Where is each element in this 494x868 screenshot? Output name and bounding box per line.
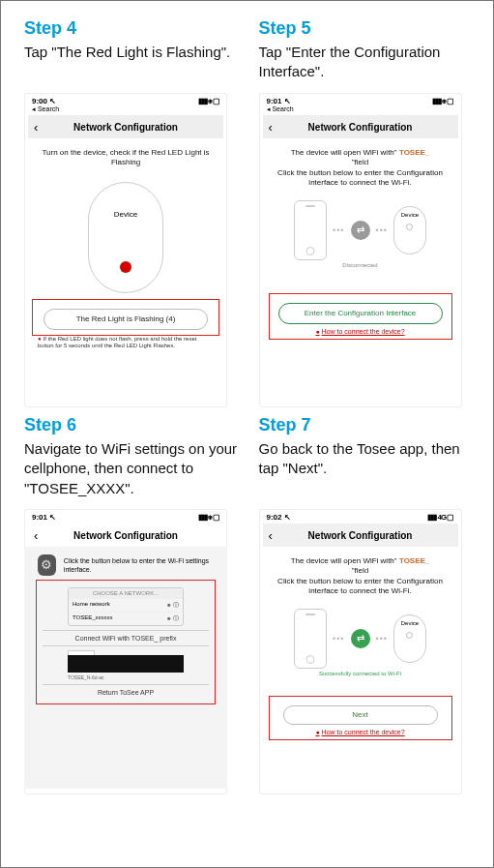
step5: Step 5 Tap "Enter the Configuration Inte…: [259, 18, 477, 407]
disconnected-label: Disconnected: [265, 262, 456, 268]
device-illustration: Device: [88, 182, 163, 293]
status-icons: ▮▮▮ ⎈ ▢: [198, 513, 219, 522]
step6: Step 6 Navigate to WiFi settings on your…: [24, 415, 242, 794]
step4: Step 4 Tap "The Red Light is Flashing". …: [24, 18, 242, 407]
nav-title: Network Configuration: [308, 530, 413, 541]
nav-bar: ‹ Network Configuration: [263, 115, 458, 138]
settings-hint: ⚙ Click the button below to enter the Wi…: [30, 549, 221, 578]
nav-bar: ‹ Network Configuration: [28, 115, 223, 138]
back-icon[interactable]: ‹: [34, 120, 38, 135]
step7-highlight: Next ●How to connect the device?: [269, 696, 452, 740]
status-bar: 9:01 ↖ ▮▮▮ ⎈ ▢: [24, 509, 227, 522]
how-to-connect-link[interactable]: ●How to connect the device?: [274, 729, 448, 735]
status-icons: ▮▮▮ ⎈ ▢: [432, 97, 453, 113]
step7-msg: The device will open WiFi with" TOSEE_ "…: [265, 553, 456, 601]
step4-phone: 9:00 ↖◂ Search ▮▮▮ ⎈ ▢ ‹ Network Configu…: [24, 93, 227, 407]
nav-bar: ‹ Network Configuration: [28, 524, 223, 547]
back-icon[interactable]: ‹: [269, 528, 273, 543]
step4-title: Step 4: [24, 18, 242, 39]
wifi-ssid-card: [68, 655, 184, 673]
step7: Step 7 Go back to the Tosee app, then ta…: [259, 415, 477, 794]
step4-desc: Tap "The Red Light is Flashing".: [24, 43, 242, 83]
link-disconnected-icon: ⇄: [351, 221, 370, 240]
back-search-label[interactable]: ◂ Search: [32, 105, 59, 113]
connected-label: Successfully connected to Wi-Fi: [265, 671, 456, 676]
mini-device-icon: Device: [393, 614, 426, 663]
mini-phone-icon: [294, 609, 327, 669]
step6-highlight: CHOOSE A NETWORK... Home network⎈ ⓘ TOSE…: [36, 580, 216, 704]
wifi-networks-list[interactable]: CHOOSE A NETWORK... Home network⎈ ⓘ TOSE…: [68, 587, 184, 626]
status-bar: 9:01 ↖◂ Search ▮▮▮ ⎈ ▢: [259, 93, 462, 113]
how-to-connect-link[interactable]: ●How to connect the device?: [274, 328, 448, 335]
step4-highlight: The Red Light is Flashing (4): [32, 299, 219, 336]
step7-desc: Go back to the Tosee app, then tap "Next…: [259, 439, 477, 499]
enter-config-button[interactable]: Enter the Configuration Interface: [278, 303, 443, 324]
back-icon[interactable]: ‹: [34, 528, 38, 543]
connect-prefix-label: Connect WiFi with TOSEE_ prefix: [37, 635, 215, 642]
return-app-label: Return ToSee APP: [37, 689, 215, 696]
nav-bar: ‹ Network Configuration: [263, 524, 458, 547]
red-led-icon: [120, 261, 131, 273]
nav-title: Network Configuration: [73, 122, 178, 133]
mini-device-icon: Device: [393, 206, 426, 254]
step7-title: Step 7: [259, 415, 477, 435]
status-icons: ▮▮▮ 4G ▢: [427, 513, 453, 522]
red-light-flashing-button[interactable]: The Red Light is Flashing (4): [44, 309, 208, 330]
step4-instruction: Turn on the device, check if the Red LED…: [30, 144, 221, 172]
step6-desc: Navigate to WiFi settings on your cellph…: [24, 439, 242, 499]
step6-title: Step 6: [24, 415, 242, 435]
mini-phone-icon: [294, 200, 327, 260]
back-icon[interactable]: ‹: [269, 120, 273, 135]
step5-highlight: Enter the Configuration Interface ●How t…: [269, 293, 452, 340]
wifi-ssid-text: TOSEE_N-6d-ac: [68, 674, 184, 680]
step7-phone: 9:02 ↖ ▮▮▮ 4G ▢ ‹ Network Configuration …: [259, 509, 462, 794]
connection-diagram: ••• ⇄ ••• Device: [265, 609, 456, 669]
step6-phone: 9:01 ↖ ▮▮▮ ⎈ ▢ ‹ Network Configuration ⚙…: [24, 509, 227, 794]
nav-title: Network Configuration: [73, 530, 178, 541]
step5-desc: Tap "Enter the Configuration Interface".: [259, 43, 477, 83]
status-icons: ▮▮▮ ⎈ ▢: [198, 97, 219, 113]
step5-phone: 9:01 ↖◂ Search ▮▮▮ ⎈ ▢ ‹ Network Configu…: [259, 93, 462, 407]
status-bar: 9:00 ↖◂ Search ▮▮▮ ⎈ ▢: [24, 93, 227, 113]
status-bar: 9:02 ↖ ▮▮▮ 4G ▢: [259, 509, 462, 522]
step5-title: Step 5: [259, 18, 477, 39]
step4-warning: ●If the Red LED light does not flash, pr…: [30, 336, 221, 350]
link-connected-icon: ⇄: [351, 629, 370, 648]
nav-title: Network Configuration: [308, 122, 413, 133]
step5-msg: The device will open WiFi with" TOSEE_ "…: [265, 144, 456, 193]
connection-diagram: ••• ⇄ ••• Device: [265, 200, 456, 260]
gear-icon: ⚙: [38, 554, 56, 576]
next-button[interactable]: Next: [283, 705, 438, 725]
